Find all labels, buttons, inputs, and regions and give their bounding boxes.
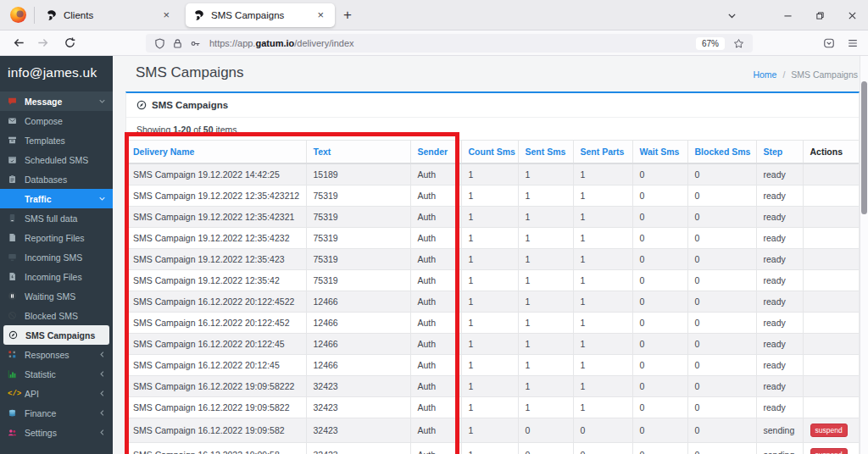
cell-text: 75319 (306, 270, 410, 291)
column-header-wait-sms[interactable]: Wait Sms (632, 141, 687, 164)
cell-sent: 1 (518, 228, 573, 249)
column-header-blocked-sms[interactable]: Blocked Sms (687, 141, 756, 164)
sidebar-item-finance[interactable]: Finance (0, 403, 113, 423)
cell-sent: 1 (518, 185, 573, 207)
cell-text: 75319 (306, 228, 410, 249)
cell-blocked: 0 (687, 313, 756, 334)
sidebar-item-label: Incoming Files (25, 272, 107, 282)
firefox-logo-icon[interactable] (5, 3, 31, 28)
sidebar-item-incoming-sms[interactable]: Incoming SMS (0, 247, 113, 267)
sidebar-item-templates[interactable]: Templates (0, 130, 113, 150)
cell-parts: 1 (573, 313, 632, 334)
cell-step: ready (756, 185, 803, 207)
cell-text: 32423 (306, 443, 410, 454)
column-header-sent-sms[interactable]: Sent Sms (518, 141, 573, 164)
settings-icon (8, 428, 19, 438)
cell-blocked: 0 (687, 355, 756, 376)
sidebar-item-incoming-files[interactable]: Incoming Files (0, 267, 113, 286)
zoom-level-badge[interactable]: 67% (696, 37, 725, 50)
sidebar-item-settings[interactable]: Settings (0, 423, 113, 442)
close-icon[interactable]: × (314, 8, 327, 22)
cell-sent: 1 (518, 291, 573, 313)
cell-text: 12466 (306, 355, 410, 376)
close-icon[interactable]: × (159, 8, 173, 22)
column-header-text[interactable]: Text (306, 141, 410, 164)
cell-sent: 1 (518, 355, 573, 376)
breadcrumb-home-link[interactable]: Home (753, 69, 776, 80)
close-window-icon[interactable] (836, 1, 868, 30)
sidebar-item-scheduled-sms[interactable]: Scheduled SMS (0, 150, 113, 169)
column-header-sent-parts[interactable]: Sent Parts (573, 141, 632, 164)
sms-campaigns-card: SMS Campaigns Showing 1-20 of 50 items. … (125, 91, 860, 454)
reload-icon[interactable] (58, 32, 81, 54)
finance-icon (8, 408, 19, 418)
cell-name: SMS Campaign 19.12.2022 12:35:42321 (126, 207, 306, 228)
incoming-files-icon (8, 272, 19, 282)
sidebar-item-compose[interactable]: Compose (0, 111, 113, 130)
cell-sender: Auth (410, 443, 461, 454)
sidebar-item-label: Scheduled SMS (25, 155, 107, 165)
sidebar-item-statistic[interactable]: Statistic (0, 364, 113, 384)
restore-icon[interactable] (804, 1, 836, 30)
column-header-count-sms[interactable]: Count Sms (461, 141, 518, 164)
sidebar-item-traffic[interactable]: Traffic (0, 189, 113, 208)
sidebar-item-label: Traffic (25, 194, 98, 204)
permissions-icon[interactable] (190, 38, 201, 49)
sidebar-item-sms-campaigns[interactable]: SMS Campaigns (3, 325, 109, 345)
sidebar-item-reporting-files[interactable]: Reporting Files (0, 228, 113, 247)
cell-parts: 1 (573, 270, 632, 291)
sidebar-item-blocked-sms[interactable]: Blocked SMS (0, 306, 113, 325)
column-header-delivery-name[interactable]: Delivery Name (126, 141, 306, 164)
chevron-left-icon (98, 429, 107, 436)
tab-clients[interactable]: Clients × (38, 3, 181, 27)
cell-blocked: 0 (687, 185, 756, 207)
cell-sent: 0 (518, 418, 573, 443)
sidebar-item-api[interactable]: </>API (0, 384, 113, 403)
minimize-icon[interactable] (771, 1, 804, 30)
cell-blocked: 0 (687, 376, 756, 397)
tab-sms-campaigns[interactable]: SMS Campaigns × (186, 3, 335, 27)
new-tab-button[interactable]: + (335, 5, 360, 25)
cell-wait: 0 (632, 313, 687, 334)
list-tabs-chevron-icon[interactable] (715, 1, 748, 30)
bookmark-star-icon[interactable] (733, 38, 744, 49)
campaigns-table: Delivery NameTextSenderCount SmsSent Sms… (126, 140, 859, 454)
cell-blocked: 0 (687, 270, 756, 291)
chevron-down-icon (98, 195, 107, 202)
table-header-row: Delivery NameTextSenderCount SmsSent Sms… (126, 141, 859, 164)
sidebar-item-databases[interactable]: Databases (0, 169, 113, 189)
forward-icon[interactable] (31, 32, 54, 54)
cell-actions (803, 185, 859, 207)
compose-icon (8, 116, 19, 126)
url-bar[interactable]: https://app.gatum.io/delivery/index 67% (146, 34, 753, 53)
pocket-icon[interactable] (817, 32, 841, 54)
cell-wait: 0 (632, 443, 687, 454)
cell-blocked: 0 (687, 228, 756, 249)
cell-parts: 1 (573, 397, 632, 418)
lock-icon[interactable] (172, 38, 183, 49)
cell-sender: Auth (410, 163, 461, 185)
cell-actions (803, 270, 859, 291)
sidebar-item-sms-full-data[interactable]: SMS full data (0, 208, 113, 228)
cell-parts: 1 (573, 334, 632, 355)
sidebar-item-waiting-sms[interactable]: Waiting SMS (0, 286, 113, 306)
menu-hamburger-icon[interactable] (841, 32, 865, 54)
cell-step: ready (756, 334, 803, 355)
sidebar-item-responses[interactable]: Responses (0, 345, 113, 364)
page-scrollbar[interactable] (860, 56, 868, 454)
back-icon[interactable] (7, 32, 31, 54)
cell-count: 1 (461, 313, 518, 334)
suspend-button[interactable]: suspend (810, 424, 848, 437)
cell-step: ready (756, 291, 803, 313)
suspend-button[interactable]: suspend (810, 448, 848, 454)
column-header-sender[interactable]: Sender (410, 141, 461, 164)
scrollbar-thumb[interactable] (861, 81, 867, 214)
cell-sent: 1 (518, 334, 573, 355)
blocked-sms-icon (8, 311, 19, 321)
cell-step: ready (756, 313, 803, 334)
shield-icon[interactable] (154, 38, 165, 49)
column-header-step[interactable]: Step (756, 141, 803, 164)
cell-sender: Auth (410, 228, 461, 249)
sidebar-item-message[interactable]: Message (0, 91, 113, 111)
cell-sender: Auth (410, 207, 461, 228)
